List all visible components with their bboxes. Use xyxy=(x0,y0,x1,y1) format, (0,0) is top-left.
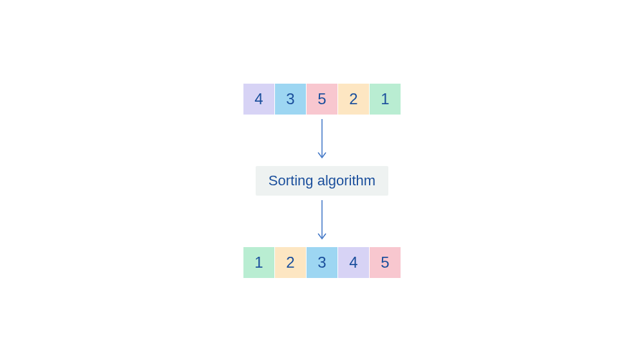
input-cell: 3 xyxy=(275,84,306,115)
output-cell: 4 xyxy=(338,247,369,278)
output-array: 1 2 3 4 5 xyxy=(243,247,401,278)
input-cell: 2 xyxy=(338,84,369,115)
output-cell: 5 xyxy=(370,247,401,278)
arrow-down-icon xyxy=(316,196,328,247)
output-cell: 2 xyxy=(275,247,306,278)
arrow-down-icon xyxy=(316,115,328,166)
input-cell: 1 xyxy=(370,84,401,115)
sorting-diagram: 4 3 5 2 1 Sorting algorithm 1 2 3 4 5 xyxy=(243,84,401,278)
output-cell: 1 xyxy=(243,247,274,278)
input-array: 4 3 5 2 1 xyxy=(243,84,401,115)
input-cell: 5 xyxy=(307,84,337,115)
input-cell: 4 xyxy=(243,84,274,115)
output-cell: 3 xyxy=(307,247,337,278)
process-box: Sorting algorithm xyxy=(256,166,388,196)
